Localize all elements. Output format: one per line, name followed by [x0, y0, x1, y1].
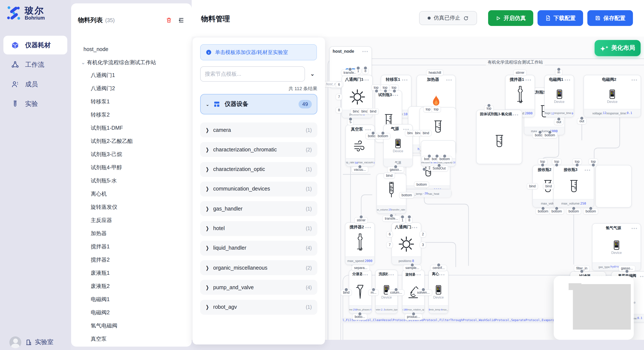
tree-item[interactable]: 离心机 — [91, 190, 107, 198]
tree-item[interactable]: 氢气电磁阀 — [91, 322, 117, 330]
template-category-organic_miscellaneous[interactable]: ❯organic_miscellaneous(2) — [200, 260, 317, 275]
sidebar-item-experiments[interactable]: 实验 — [4, 94, 67, 113]
tree-item[interactable]: 转移泵1 — [91, 98, 110, 105]
node-menu-icon[interactable]: ●●● — [365, 226, 372, 229]
tree-item[interactable]: 废液瓶1 — [91, 270, 110, 277]
node-menu-icon[interactable]: ●●● — [412, 226, 418, 229]
port-pill-bottom[interactable]: bottom — [400, 192, 414, 198]
node-menu-icon[interactable]: ●●● — [564, 78, 571, 81]
port-pill-stirrer[interactable]: stirrer — [514, 70, 527, 75]
node-menu-icon[interactable]: ●●● — [525, 78, 532, 81]
tree-item[interactable]: 搅拌器2 — [91, 256, 110, 264]
node-recv-bottle-3[interactable]: 接收瓶3●●● max_volume: 250 — [553, 165, 594, 207]
tree-item[interactable]: 试剂瓶2-乙酸乙酯 — [91, 138, 133, 145]
port-pill-3[interactable]: 3 — [420, 242, 426, 248]
node-menu-icon[interactable]: ●●● — [392, 93, 399, 96]
tree-item[interactable]: 加热器 — [91, 230, 107, 237]
template-category-characterization_optic[interactable]: ❯characterization_optic(1) — [200, 162, 317, 177]
port-dot — [548, 130, 552, 134]
port-pill-bind[interactable]: bind — [384, 173, 394, 178]
node-menu-icon[interactable]: ●●● — [439, 273, 445, 276]
template-category-camera[interactable]: ❯camera(1) — [200, 123, 317, 137]
tree-item[interactable]: 试剂瓶4-甲醇 — [91, 164, 122, 172]
chevron-down-icon[interactable]: ⌄ — [310, 71, 315, 77]
port-pill-7[interactable]: 7 — [387, 242, 393, 248]
node-menu-icon[interactable]: ●●● — [365, 128, 372, 131]
port-pill-6[interactable]: 6 — [336, 82, 342, 87]
node-menu-icon[interactable]: ●●● — [402, 78, 408, 81]
node-menu-icon[interactable]: ●●● — [362, 273, 368, 276]
node-menu-icon[interactable]: ●●● — [403, 127, 409, 130]
port-pill-bind[interactable]: bind — [527, 183, 538, 189]
node-menu-icon[interactable]: ●●● — [446, 78, 452, 81]
node-balance[interactable]: precision: 0.001 max_capacity: 10 — [421, 140, 456, 167]
node-menu-icon[interactable]: ●●● — [631, 78, 638, 81]
port-pill-heatchill[interactable]: heatchill — [426, 70, 444, 75]
node-h2-gas-source[interactable]: 氢气气源●●● Devicegas_type: hydrogen max_pre — [592, 223, 641, 271]
tree-item[interactable]: 搅拌器1 — [91, 243, 110, 250]
category-group-instruments[interactable]: ⌄ 仪器设备 49 — [200, 94, 317, 114]
template-category-liquid_handler[interactable]: ❯liquid_handler(4) — [200, 241, 317, 256]
node-menu-icon[interactable]: ●●● — [363, 78, 369, 81]
tree-item[interactable]: 电磁阀2 — [91, 309, 110, 316]
port-pill-8[interactable]: 8 — [336, 107, 342, 113]
template-category-robot_agv[interactable]: ❯robot_agv(1) — [200, 300, 317, 315]
tree-item[interactable]: 电磁阀1 — [91, 296, 110, 303]
tree-item[interactable]: 试剂瓶3-己烷 — [91, 151, 122, 158]
template-category-gas_handler[interactable]: ❯gas_handler(1) — [200, 201, 317, 216]
port-pill-bottom[interactable]: bottom — [414, 182, 429, 187]
port-pill-separa[interactable]: separa... — [352, 265, 370, 271]
node-vacuum-pump[interactable]: 真空泵●●● pump_rate: 50 max_vacuum: 0.1 — [346, 125, 375, 167]
simulation-status[interactable]: 仿真已停止 — [419, 11, 477, 25]
node-menu-icon[interactable]: ●●● — [584, 168, 591, 171]
template-category-communication_devices[interactable]: ❯communication_devices(1) — [200, 181, 317, 196]
node-menu-icon[interactable]: ●●● — [362, 49, 368, 52]
node-menu-icon[interactable]: ●●● — [640, 275, 644, 278]
tree-item[interactable]: 试剂瓶1-DMF — [91, 125, 123, 132]
node-menu-icon[interactable]: ●●● — [512, 113, 519, 116]
search-template-input[interactable] — [200, 66, 305, 82]
template-category-hotel[interactable]: ❯hotel(1) — [200, 221, 317, 236]
tree-item[interactable]: 八通阀门2 — [91, 85, 115, 92]
node-stirrer-2[interactable]: 搅拌器2●●● max_speed: 2000 — [345, 222, 375, 265]
port-pill-bind[interactable]: bind — [368, 109, 378, 114]
node-solid-bottle3-mgcl2[interactable]: 固体试剂瓶3-氯化镁●●● — [476, 110, 522, 164]
tree-item-workstation[interactable]: ⌄ 有机化学流程综合测试工作站 — [81, 59, 156, 66]
tree-item[interactable]: 真空泵 — [91, 336, 107, 343]
node-menu-icon[interactable]: ●●● — [631, 226, 638, 229]
tree-item[interactable]: 转移泵2 — [91, 111, 110, 119]
tree-item-host-node[interactable]: host_node — [84, 46, 108, 52]
download-config-button[interactable]: 下载配置 — [538, 10, 583, 26]
save-config-button[interactable]: 保存配置 — [587, 10, 633, 26]
port-pill-top[interactable]: top — [432, 107, 440, 112]
user-avatar[interactable] — [9, 336, 21, 348]
template-category-pump_and_valve[interactable]: ❯pump_and_valve(4) — [200, 280, 317, 295]
node-solenoid-1[interactable]: 电磁阀1●●● Devicevoltage: 12 response_time:… — [544, 75, 574, 117]
tree-item[interactable]: 八通阀门1 — [91, 72, 115, 79]
sidebar-item-members[interactable]: 成员 — [4, 75, 67, 94]
node-solenoid-2[interactable]: 电磁阀2●●● Devicevoltage: 12 response_time:… — [584, 75, 641, 117]
tree-item[interactable]: 旋转蒸发仪 — [91, 204, 117, 211]
sidebar-item-instruments[interactable]: 仪器耗材 — [4, 36, 67, 54]
start-simulation-button[interactable]: 开启仿真 — [488, 10, 533, 26]
template-category-characterization_chromatic[interactable]: ❯characterization_chromatic(2) — [200, 142, 317, 157]
tree-item[interactable]: 试剂瓶5-水 — [91, 177, 117, 184]
port-pill-6[interactable]: 6 — [387, 232, 393, 237]
lab-switcher[interactable]: 实验室 — [26, 338, 54, 346]
minimap[interactable] — [554, 276, 634, 340]
node-menu-icon[interactable]: ●●● — [415, 273, 421, 276]
beautify-layout-button[interactable]: ✦✦ 美化布局 — [594, 40, 640, 56]
port-pill-2[interactable]: 2 — [420, 232, 426, 237]
port-pill-bind[interactable]: bind — [420, 130, 431, 136]
node-recv-bottle-4[interactable] — [596, 165, 632, 207]
tree-item[interactable]: 废液瓶2 — [91, 283, 110, 290]
port-pill-top[interactable]: top — [424, 107, 432, 112]
port-pill-bind[interactable]: bind — [543, 183, 554, 189]
port-pill-7[interactable]: 7 — [336, 94, 342, 100]
bohrium-logo-icon — [6, 5, 21, 21]
node-valve8-2[interactable]: 八通阀门2●●●positions: 8 — [392, 222, 421, 265]
tree-item[interactable]: 主反应器 — [91, 217, 112, 224]
sidebar-item-workflow[interactable]: 工作流 — [4, 55, 67, 74]
category-group-label: 仪器设备 — [225, 100, 294, 108]
node-menu-icon[interactable]: ●●● — [388, 273, 394, 276]
